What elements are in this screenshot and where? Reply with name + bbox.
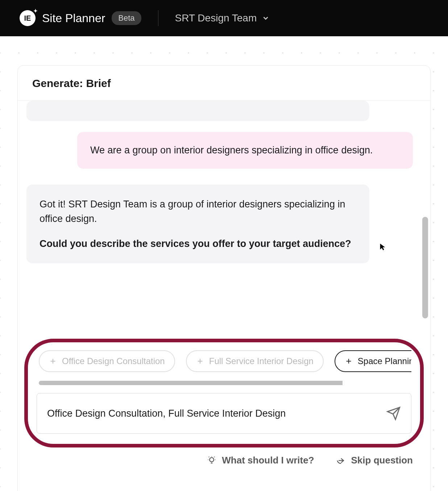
hint-button[interactable]: What should I write? — [207, 455, 314, 466]
user-message: We are a group on interior designers spe… — [77, 132, 413, 169]
plus-icon — [345, 357, 353, 365]
chips-scrollbar[interactable] — [39, 381, 409, 385]
elementor-logo-icon: IE ✦ — [20, 10, 36, 26]
header-divider — [158, 10, 158, 26]
card-header: Generate: Brief — [18, 66, 430, 101]
skip-label: Skip question — [351, 455, 413, 466]
chevron-down-icon — [262, 14, 270, 22]
user-message-text: We are a group on interior designers spe… — [90, 143, 400, 158]
chat-area: We are a group on interior designers spe… — [18, 101, 430, 333]
plus-icon — [196, 357, 204, 365]
bot-message-question: Could you describe the services you offe… — [40, 236, 356, 251]
lightbulb-icon — [207, 455, 217, 466]
svg-line-11 — [209, 457, 209, 457]
canvas: Generate: Brief We are a group on interi… — [0, 36, 448, 491]
card-title: Generate: Brief — [32, 77, 416, 90]
skip-button[interactable]: Skip question — [336, 455, 413, 466]
cursor-icon — [379, 243, 387, 251]
skip-arrow-icon — [336, 455, 346, 466]
hint-label: What should I write? — [222, 455, 314, 466]
chat-scrollbar-thumb[interactable] — [422, 217, 428, 318]
app-header: IE ✦ Site Planner Beta SRT Design Team — [0, 0, 448, 36]
chip-label: Full Service Interior Design — [209, 356, 314, 366]
chat-scrollbar[interactable] — [422, 101, 428, 333]
plus-icon — [49, 357, 57, 365]
send-icon[interactable] — [386, 406, 401, 421]
app-title: Site Planner — [42, 12, 105, 25]
bot-message-summary: Got it! SRT Design Team is a group of in… — [40, 197, 356, 226]
svg-line-12 — [214, 457, 215, 457]
chip-full-service-interior-design[interactable]: Full Service Interior Design — [186, 350, 324, 372]
team-name: SRT Design Team — [175, 12, 257, 24]
chip-space-planning[interactable]: Space Planning — [335, 350, 411, 372]
bot-message: Got it! SRT Design Team is a group of in… — [26, 185, 369, 264]
sparkle-icon: ✦ — [33, 8, 38, 14]
beta-badge: Beta — [112, 11, 141, 25]
highlighted-input-section: Office Design Consultation Full Service … — [24, 339, 424, 447]
team-selector[interactable]: SRT Design Team — [175, 12, 270, 24]
footer-links: What should I write? Skip question — [18, 447, 430, 466]
chip-office-design-consultation[interactable]: Office Design Consultation — [39, 350, 175, 372]
bot-message-partial — [26, 101, 369, 121]
generate-brief-card: Generate: Brief We are a group on interi… — [17, 65, 431, 491]
chat-input-field[interactable] — [47, 408, 386, 419]
svg-point-6 — [210, 457, 214, 462]
chat-input[interactable] — [37, 393, 411, 434]
chip-label: Space Planning — [358, 356, 411, 366]
chip-label: Office Design Consultation — [62, 356, 165, 366]
suggestion-chips-row[interactable]: Office Design Consultation Full Service … — [37, 350, 411, 372]
